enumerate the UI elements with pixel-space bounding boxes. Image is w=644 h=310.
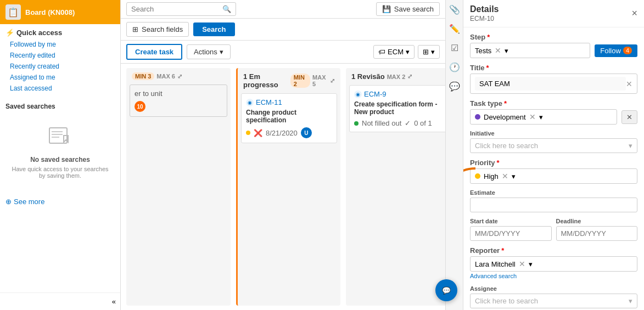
details-header-left: Details ECM-10 bbox=[470, 4, 499, 22]
see-more-button[interactable]: ⊕ See more bbox=[0, 194, 120, 209]
col-title: 1 Revisão bbox=[351, 72, 385, 81]
title-input[interactable] bbox=[475, 77, 626, 91]
initiative-dropdown[interactable]: Click here to search ▾ bbox=[470, 138, 637, 153]
save-icon: 💾 bbox=[382, 5, 391, 13]
filter-toolbar: ⊞ Search fields Search bbox=[121, 19, 445, 41]
card-id: ◉ ECM-9 bbox=[354, 90, 442, 98]
min-badge: MIN 2 bbox=[290, 74, 310, 88]
status-dot bbox=[354, 121, 359, 126]
search-input[interactable] bbox=[131, 5, 219, 13]
chevron-down-icon: ▾ bbox=[220, 48, 223, 56]
card-type-icon: ◉ bbox=[246, 99, 254, 106]
expand-icon[interactable]: ⤢ bbox=[330, 77, 335, 84]
task-type-clear-button[interactable]: ✕ bbox=[529, 112, 536, 121]
details-id: ECM-10 bbox=[470, 15, 499, 22]
task-type-x-button[interactable]: ✕ bbox=[621, 110, 637, 124]
details-header: Details ECM-10 × bbox=[463, 0, 644, 27]
deadline-field: Deadline bbox=[556, 218, 638, 241]
search-icon[interactable]: 🔍 bbox=[222, 5, 231, 13]
start-date-label: Start date bbox=[470, 218, 552, 224]
save-search-button[interactable]: 💾 Save search bbox=[376, 2, 440, 16]
ecm-filter: 🏷 ECM ▾ ⊞ ▾ bbox=[373, 45, 440, 59]
max-label: MAX 6 bbox=[156, 73, 175, 80]
chat-bubble-button[interactable]: 💬 bbox=[435, 279, 457, 301]
priority-label: Priority * bbox=[470, 159, 637, 167]
saved-searches-title: Saved searches bbox=[5, 103, 115, 110]
check-square-icon[interactable]: ☑ bbox=[451, 43, 458, 53]
search-fields-button[interactable]: ⊞ Search fields bbox=[126, 22, 189, 37]
sidebar-item-assigned[interactable]: Assigned to me bbox=[5, 72, 115, 83]
card-footer: ❌ 8/21/2020 U bbox=[246, 127, 332, 138]
quick-access-title: ⚡ Quick access bbox=[5, 29, 115, 37]
search-box: 🔍 bbox=[126, 2, 236, 16]
reporter-advanced-search[interactable]: Advanced search bbox=[470, 273, 517, 279]
ecm-icon: 🏷 bbox=[378, 48, 385, 56]
check-icon: ✓ bbox=[405, 119, 411, 127]
comment-icon[interactable]: 💬 bbox=[449, 81, 460, 92]
min-badge: MIN 3 bbox=[132, 72, 154, 80]
chevron-down-icon: ▾ bbox=[505, 47, 508, 55]
reporter-select[interactable]: Lara Mitchell ✕ ▾ bbox=[470, 256, 637, 272]
details-close-button[interactable]: × bbox=[631, 8, 637, 19]
follow-count-badge: 4 bbox=[623, 47, 632, 54]
pencil-icon[interactable]: ✏️ bbox=[449, 24, 460, 34]
view-toggle[interactable]: ⊞ ▾ bbox=[418, 45, 440, 59]
details-title: Details bbox=[470, 4, 499, 14]
ecm-select[interactable]: 🏷 ECM ▾ bbox=[373, 45, 415, 59]
card-ecm9[interactable]: ◉ ECM-9 Create specification form - New … bbox=[349, 85, 445, 132]
col-title: 1 Em progresso bbox=[243, 72, 288, 89]
sidebar-item-last-accessed[interactable]: Last accessed bbox=[5, 83, 115, 94]
step-select[interactable]: Tests ✕ ▾ bbox=[470, 43, 590, 58]
column-header-revisao: 1 Revisão MAX 2 ⤢ bbox=[349, 71, 445, 82]
side-icon-strip: 📎 ✏️ ☑ 🕐 💬 bbox=[445, 0, 463, 310]
no-saved-icon bbox=[11, 126, 109, 151]
details-panel: Details ECM-10 × Step * Tests ✕ ▾ Follow… bbox=[463, 0, 644, 310]
create-task-button[interactable]: Create task bbox=[126, 44, 182, 60]
max-label: MAX 5 bbox=[312, 74, 328, 87]
sidebar-collapse-button[interactable]: « bbox=[0, 292, 120, 310]
start-date-input[interactable] bbox=[470, 226, 552, 241]
priority-field: Priority * High ✕ ▾ bbox=[470, 159, 637, 184]
chevron-down-icon: ▾ bbox=[529, 260, 533, 268]
card-title: Create specification form - New product bbox=[354, 100, 442, 116]
assignee-dropdown[interactable]: Click here to search ▾ bbox=[470, 294, 637, 308]
title-clear-button[interactable]: ✕ bbox=[626, 80, 632, 88]
step-field: Step * Tests ✕ ▾ Follow 4 bbox=[470, 33, 637, 58]
sidebar-item-followed[interactable]: Followed by me bbox=[5, 39, 115, 50]
step-clear-button[interactable]: ✕ bbox=[495, 46, 501, 55]
reporter-clear-button[interactable]: ✕ bbox=[519, 260, 525, 268]
initiative-field: Initiative Click here to search ▾ bbox=[470, 130, 637, 153]
priority-clear-button[interactable]: ✕ bbox=[502, 172, 508, 181]
initiative-label: Initiative bbox=[470, 130, 637, 137]
partial-card[interactable]: er to unit 10 bbox=[130, 84, 227, 117]
card-id: ◉ ECM-11 bbox=[246, 98, 332, 106]
sidebar-item-recently-created[interactable]: Recently created bbox=[5, 61, 115, 72]
expand-icon[interactable]: ⤢ bbox=[407, 73, 412, 80]
estimate-input[interactable] bbox=[470, 198, 637, 212]
progress: 0 of 1 bbox=[414, 119, 432, 127]
follow-button[interactable]: Follow 4 bbox=[595, 44, 637, 57]
deadline-input[interactable] bbox=[556, 226, 638, 241]
grid-icon: ⊞ bbox=[423, 48, 429, 56]
chevron-down-icon: ▾ bbox=[431, 48, 435, 56]
step-label: Step * bbox=[470, 33, 637, 41]
search-button[interactable]: Search bbox=[193, 22, 234, 36]
actions-button[interactable]: Actions ▾ bbox=[187, 44, 231, 59]
sidebar-header: 📋 Board (KN008) bbox=[0, 0, 120, 24]
chevron-down-icon: ▾ bbox=[629, 142, 632, 150]
expand-icon[interactable]: ⤢ bbox=[177, 73, 182, 80]
priority-dot bbox=[475, 173, 480, 179]
clock-icon[interactable]: 🕐 bbox=[449, 62, 460, 72]
card-ecm11[interactable]: ◉ ECM-11 Change product specification ❌ … bbox=[241, 93, 337, 143]
status-dot bbox=[246, 131, 250, 135]
column-em-progresso: 1 Em progresso MIN 2 MAX 5 ⤢ ◉ ECM-11 Ch… bbox=[236, 68, 340, 306]
priority-select[interactable]: High ✕ ▾ bbox=[470, 168, 637, 184]
reporter-label: Reporter * bbox=[470, 246, 637, 255]
chevron-down-icon: ▾ bbox=[539, 113, 543, 121]
clip-icon[interactable]: 📎 bbox=[449, 4, 460, 15]
task-type-label: Task type * bbox=[470, 99, 637, 108]
task-type-select[interactable]: Development ✕ ▾ bbox=[470, 109, 617, 125]
sidebar-item-recently-edited[interactable]: Recently edited bbox=[5, 50, 115, 61]
task-type-field: Task type * Development ✕ ▾ ✕ bbox=[470, 99, 637, 125]
card-type-icon: ◉ bbox=[354, 91, 362, 98]
